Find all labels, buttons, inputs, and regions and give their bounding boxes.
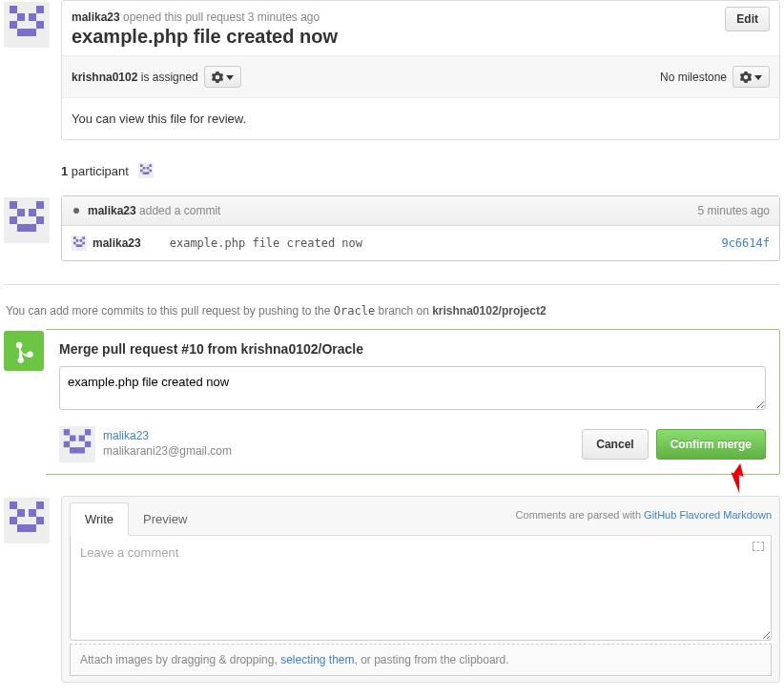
milestone-menu[interactable] — [732, 66, 770, 88]
comment-compose: Write Preview Comments are parsed with G… — [61, 496, 780, 683]
pr-header-box: Edit malika23 opened this pull request 3… — [61, 0, 780, 140]
avatar — [4, 498, 50, 543]
commit-avatar — [72, 235, 87, 251]
attach-hint: Attach images by dragging & dropping, se… — [70, 644, 772, 676]
svg-rect-2 — [36, 6, 44, 13]
markdown-hint: Comments are parsed with GitHub Flavored… — [516, 509, 772, 528]
svg-rect-46 — [10, 517, 17, 524]
gear-icon — [740, 72, 752, 83]
svg-rect-3 — [17, 13, 25, 21]
comment-input[interactable] — [70, 536, 772, 641]
pr-title: example.php file created now — [72, 26, 770, 48]
svg-rect-7 — [17, 29, 36, 36]
push-hint: You can add more commits to this pull re… — [6, 304, 780, 317]
svg-rect-30 — [82, 242, 85, 245]
svg-rect-10 — [149, 164, 152, 167]
svg-rect-5 — [10, 21, 17, 29]
svg-rect-31 — [76, 244, 83, 247]
svg-rect-48 — [17, 524, 36, 532]
merge-user-avatar — [59, 426, 95, 462]
assignee-menu[interactable] — [204, 66, 241, 88]
merge-user-email: malikarani23@gmail.com — [103, 444, 232, 458]
commit-dot-icon — [73, 208, 79, 214]
svg-rect-28 — [80, 239, 83, 242]
commit-message: example.php file created now — [170, 236, 362, 250]
svg-rect-17 — [10, 201, 17, 209]
participant-avatar[interactable] — [138, 163, 154, 178]
svg-rect-38 — [85, 441, 91, 447]
svg-rect-47 — [36, 517, 44, 524]
avatar — [4, 197, 50, 243]
edit-button[interactable]: Edit — [725, 7, 770, 31]
merge-icon — [13, 340, 34, 365]
svg-rect-4 — [29, 13, 36, 21]
svg-rect-23 — [17, 224, 36, 232]
svg-rect-11 — [143, 167, 146, 170]
svg-rect-25 — [73, 236, 76, 239]
divider — [4, 284, 780, 285]
svg-rect-29 — [73, 242, 76, 245]
svg-rect-22 — [36, 216, 44, 224]
svg-rect-21 — [10, 216, 17, 224]
merge-user-link[interactable]: malika23 — [103, 429, 149, 442]
svg-rect-26 — [82, 236, 85, 239]
svg-rect-44 — [17, 509, 25, 517]
svg-rect-14 — [149, 170, 152, 173]
commit-author: malika23 — [93, 236, 141, 250]
svg-rect-15 — [143, 172, 150, 174]
gear-icon — [212, 72, 223, 83]
avatar — [4, 2, 50, 48]
svg-rect-35 — [70, 436, 75, 441]
commit-box: malika23 added a commit 5 minutes ago ma… — [61, 195, 780, 261]
svg-rect-1 — [10, 6, 17, 13]
pr-description: You can view this file for review. — [62, 97, 779, 139]
svg-rect-20 — [29, 209, 36, 216]
fullscreen-icon[interactable] — [753, 542, 764, 551]
merge-title: Merge pull request #10 from krishna0102/… — [59, 341, 766, 357]
svg-rect-39 — [70, 447, 85, 453]
svg-rect-42 — [10, 502, 17, 509]
confirm-merge-button[interactable]: Confirm merge — [656, 429, 766, 460]
svg-rect-6 — [36, 21, 44, 29]
svg-rect-45 — [29, 509, 36, 517]
svg-rect-12 — [147, 167, 150, 170]
svg-rect-18 — [36, 201, 44, 209]
svg-rect-36 — [79, 436, 85, 441]
tab-preview[interactable]: Preview — [129, 503, 201, 535]
cancel-button[interactable]: Cancel — [582, 429, 648, 460]
opened-line: malika23 opened this pull request 3 minu… — [72, 10, 770, 24]
participants: 1 participant — [61, 163, 780, 178]
svg-rect-27 — [76, 239, 79, 242]
commit-row[interactable]: malika23 example.php file created now 9c… — [62, 226, 779, 260]
svg-rect-9 — [140, 164, 143, 167]
svg-rect-19 — [17, 209, 25, 216]
svg-rect-43 — [36, 502, 44, 509]
select-files-link[interactable]: selecting them — [280, 653, 354, 666]
milestone-text: No milestone — [660, 71, 727, 84]
commit-time: 5 minutes ago — [698, 204, 770, 217]
svg-rect-34 — [85, 429, 91, 435]
merge-panel: Merge pull request #10 from krishna0102/… — [46, 329, 780, 475]
svg-rect-13 — [140, 170, 143, 173]
markdown-link[interactable]: GitHub Flavored Markdown — [644, 509, 772, 521]
svg-rect-37 — [64, 441, 70, 447]
tab-write[interactable]: Write — [70, 502, 129, 536]
commit-sha[interactable]: 9c6614f — [721, 236, 770, 250]
svg-rect-33 — [64, 429, 70, 435]
assignee: krishna0102 is assigned — [72, 71, 198, 84]
merge-message-input[interactable] — [59, 366, 766, 410]
